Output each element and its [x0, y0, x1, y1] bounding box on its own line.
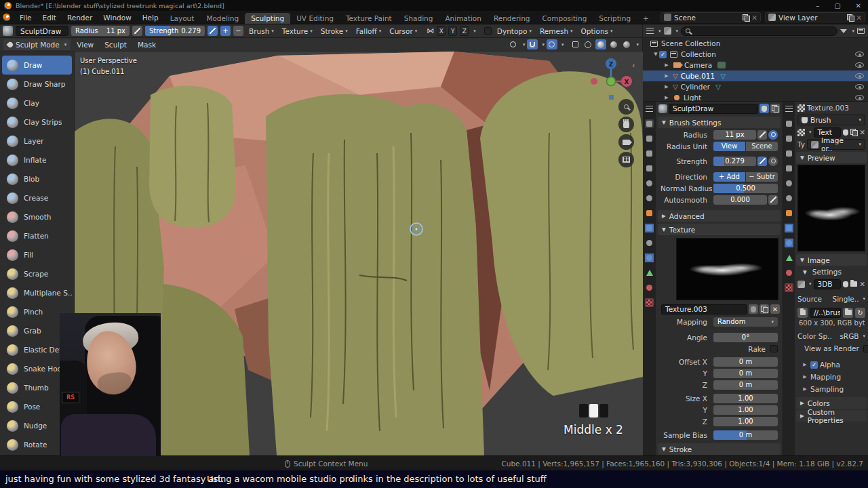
size-z-field[interactable]: 1.00	[713, 417, 778, 426]
open-file-icon[interactable]	[797, 308, 808, 318]
menu-render[interactable]: Render	[62, 14, 98, 22]
brush-datablock-field[interactable]: SculptDraw	[669, 104, 758, 114]
ortho-grid-icon[interactable]	[618, 152, 634, 167]
editor-type-icon[interactable]	[645, 104, 654, 113]
brush-name-field[interactable]: SculptDraw	[16, 26, 68, 36]
copy-view-layer-icon[interactable]	[847, 14, 854, 21]
copy-scene-icon[interactable]	[743, 14, 749, 21]
strength-slider[interactable]: 0.279	[713, 157, 756, 166]
offset-x-field[interactable]: 0 m	[713, 357, 778, 367]
alpha-checkbox[interactable]: ✓	[810, 361, 818, 369]
hide-eye-icon[interactable]	[855, 84, 864, 89]
tool-clay[interactable]: Clay	[2, 94, 72, 113]
texture-datablock-field[interactable]: Texture.003	[661, 304, 747, 314]
tab-particles[interactable]	[645, 239, 654, 247]
falloff-dropdown[interactable]: Falloff▾	[353, 27, 384, 35]
tab-object-data[interactable]	[645, 268, 654, 277]
cursor-dropdown[interactable]: Cursor▾	[387, 27, 420, 35]
tool-flatten[interactable]: Flatten	[2, 226, 72, 245]
shading-solid-icon[interactable]	[595, 39, 606, 49]
collection-checkbox[interactable]: ✓	[659, 51, 667, 58]
tool-fill[interactable]: Fill	[2, 245, 72, 264]
strength-pressure-button[interactable]	[208, 26, 218, 36]
outliner-row-cylinder[interactable]: ▶ ▽ Cylinder ▽	[643, 81, 868, 92]
tab-texture[interactable]	[785, 283, 793, 292]
minimize-button[interactable]: –	[816, 2, 819, 9]
shading-rendered-icon[interactable]	[621, 39, 632, 49]
custom-properties-header[interactable]: ▶Custom Properties	[796, 410, 867, 422]
copy-icon[interactable]	[760, 304, 769, 314]
tab-animation[interactable]: Animation	[439, 13, 488, 24]
tab-active-tool[interactable]	[645, 119, 654, 128]
mapping-dropdown[interactable]: Random▾	[713, 317, 778, 327]
dyntopo-checkbox[interactable]	[484, 27, 492, 35]
pan-hand-icon[interactable]	[618, 117, 634, 132]
offset-y-field[interactable]: 0 m	[713, 369, 778, 378]
tool-clay-strips[interactable]: Clay Strips	[2, 113, 72, 131]
display-mode-arrow-icon[interactable]: ▾	[676, 28, 679, 34]
fake-user-shield-icon[interactable]	[843, 129, 848, 136]
stroke-dropdown[interactable]: Stroke▾	[318, 27, 351, 35]
dyntopo-dropdown[interactable]: Dyntopo▾	[494, 27, 534, 35]
mirror-options-arrow-icon[interactable]: ▾	[473, 28, 476, 34]
new-collection-icon[interactable]	[857, 28, 865, 34]
tab-object[interactable]	[645, 209, 654, 218]
add-workspace-tab[interactable]: +	[637, 13, 655, 24]
tab-physics[interactable]	[645, 253, 654, 262]
menu-edit[interactable]: Edit	[37, 14, 62, 22]
tool-blob[interactable]: Blob	[2, 169, 72, 188]
tab-texture-paint[interactable]: Texture Paint	[340, 13, 398, 24]
pivot-point-icon[interactable]	[508, 39, 519, 49]
tab-output[interactable]	[645, 149, 654, 158]
expand-icon[interactable]: ▼	[652, 52, 659, 57]
outliner-row-cube-selected[interactable]: ▶ ▽ Cube.011 ▽	[643, 70, 868, 81]
texture-header[interactable]: ▼Texture	[658, 224, 781, 235]
scene-selector[interactable]: Scene ✕	[660, 12, 761, 22]
preview-header[interactable]: ▼Preview	[796, 152, 867, 163]
outliner-row-scene-collection[interactable]: Scene Collection	[643, 38, 868, 49]
tab-active-tool[interactable]	[785, 119, 793, 128]
browse-folder-icon[interactable]	[843, 308, 853, 318]
tab-world[interactable]	[785, 194, 793, 203]
editor-type-arrow-icon[interactable]: ▾	[658, 28, 661, 34]
hide-eye-icon[interactable]	[855, 73, 864, 79]
editor-type-icon[interactable]	[785, 104, 793, 113]
radius-field[interactable]: Radius11 px	[71, 26, 130, 36]
tool-smooth[interactable]: Smooth	[2, 207, 72, 226]
close-button[interactable]: ✕	[856, 2, 861, 9]
direction-add-button[interactable]: + Add	[713, 172, 745, 182]
tab-scripting[interactable]: Scripting	[593, 13, 637, 24]
image-datablock-field[interactable]: 3DB	[814, 279, 842, 289]
direction-subtract-button[interactable]: − Subtr	[746, 172, 778, 182]
tab-scene[interactable]	[645, 179, 654, 188]
maximize-button[interactable]: ▢	[834, 2, 840, 9]
outliner-row-light[interactable]: ▶ Light	[643, 92, 868, 102]
tab-view-layer[interactable]	[645, 164, 654, 173]
browse-folder-icon[interactable]	[850, 281, 857, 287]
remesh-dropdown[interactable]: Remesh▾	[537, 27, 576, 35]
outliner-row-collection[interactable]: ▼ ✓ Collection	[643, 49, 868, 60]
tab-view-layer[interactable]	[785, 164, 793, 173]
hide-eye-icon[interactable]	[855, 52, 864, 57]
mirror-y-toggle[interactable]: Y	[448, 26, 457, 36]
expand-icon[interactable]: ▶	[663, 62, 670, 68]
tool-inflate[interactable]: Inflate	[2, 150, 72, 169]
tab-sculpting[interactable]: Sculpting	[245, 13, 290, 24]
texture-context-brush-dropdown[interactable]: Brush▾	[797, 115, 865, 125]
normal-radius-slider[interactable]: 0.500	[713, 184, 778, 193]
mirror-x-toggle[interactable]: X	[437, 26, 446, 36]
view-layer-selector[interactable]: View Layer ✕	[765, 12, 865, 22]
reload-icon[interactable]: ↻	[855, 308, 865, 318]
tab-layout[interactable]: Layout	[164, 13, 201, 24]
size-y-field[interactable]: 1.00	[713, 405, 778, 415]
navigation-gizmo[interactable]: Z X	[587, 54, 635, 103]
options-dropdown[interactable]: Options▾	[578, 27, 616, 35]
radius-pressure-button[interactable]	[132, 26, 142, 36]
autosmooth-field[interactable]: 0.000	[713, 195, 767, 205]
display-mode-icon[interactable]	[664, 27, 671, 35]
texture-preview-image[interactable]	[797, 165, 865, 251]
fake-user-shield-icon[interactable]	[749, 304, 758, 314]
shading-wireframe-icon[interactable]	[583, 39, 593, 49]
tab-material[interactable]	[645, 283, 654, 292]
tab-material[interactable]	[785, 268, 793, 277]
